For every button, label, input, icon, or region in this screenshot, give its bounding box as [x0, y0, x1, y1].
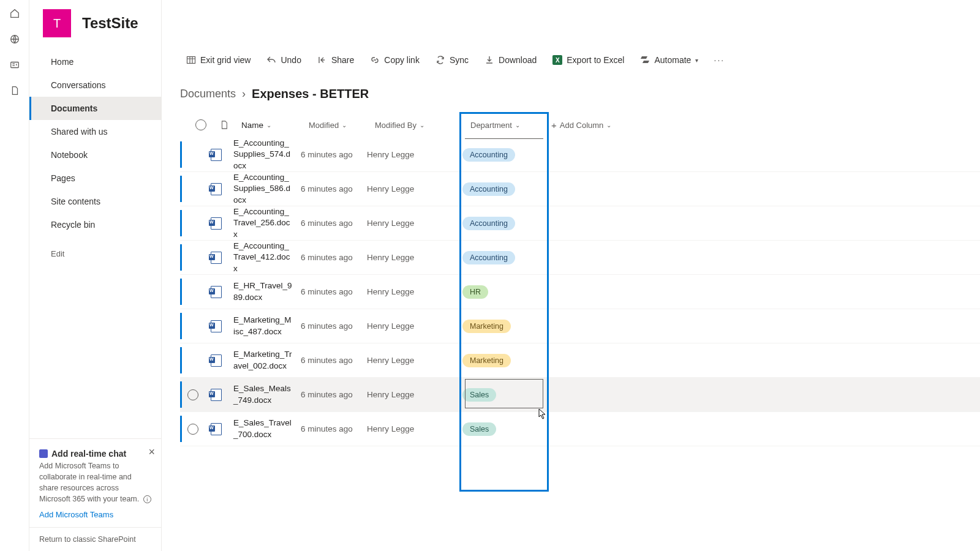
chevron-right-icon: ›: [242, 88, 246, 100]
col-department-header[interactable]: Department⌄: [470, 121, 541, 130]
word-doc-icon: [211, 423, 222, 435]
file-name[interactable]: E_Marketing_Travel_002.docx: [228, 349, 296, 371]
file-name[interactable]: E_Marketing_Misc_487.docx: [228, 315, 296, 337]
chevron-down-icon: ⌄: [515, 122, 520, 129]
promo-title: Add real-time chat: [51, 449, 126, 459]
department-cell[interactable]: Accounting: [453, 182, 538, 196]
share-button[interactable]: Share: [310, 51, 361, 69]
table-row[interactable]: E_Accounting_Supplies_586.docx6 minutes …: [180, 172, 980, 206]
file-name[interactable]: E_HR_Travel_989.docx: [228, 280, 296, 302]
file-name[interactable]: E_Sales_Meals_749.docx: [228, 383, 296, 405]
select-all-toggle[interactable]: [195, 119, 206, 130]
table-row[interactable]: E_Accounting_Supplies_574.docx6 minutes …: [180, 138, 980, 172]
nav-item-notebook[interactable]: Notebook: [29, 143, 161, 167]
main-area: Exit grid view Undo Share Copy link Sync…: [162, 0, 980, 551]
download-button[interactable]: Download: [477, 51, 544, 69]
table-row[interactable]: E_Marketing_Misc_487.docx6 minutes agoHe…: [180, 309, 980, 343]
file-type-icon: [220, 120, 228, 130]
info-icon[interactable]: i: [143, 495, 151, 503]
excel-icon: X: [552, 55, 562, 65]
globe-icon[interactable]: [9, 33, 21, 45]
breadcrumb-root[interactable]: Documents: [180, 88, 236, 100]
modified-by: Henry Legge: [362, 184, 453, 193]
svg-rect-1: [10, 62, 18, 68]
table-row[interactable]: E_Sales_Meals_749.docx6 minutes agoHenry…: [180, 378, 980, 412]
department-cell[interactable]: Accounting: [453, 251, 538, 264]
sync-button[interactable]: Sync: [428, 51, 476, 69]
nav-item-documents[interactable]: Documents: [29, 97, 161, 120]
modified-by: Henry Legge: [362, 424, 453, 433]
add-column-button[interactable]: + Add Column⌄: [551, 120, 621, 130]
file-name[interactable]: E_Sales_Travel_700.docx: [228, 418, 296, 440]
exit-grid-button[interactable]: Exit grid view: [179, 51, 258, 69]
automate-button[interactable]: Automate▾: [633, 51, 706, 69]
modified-by: Henry Legge: [362, 150, 453, 159]
more-button[interactable]: ···: [707, 51, 731, 69]
row-select-toggle[interactable]: [187, 424, 198, 435]
table-row[interactable]: E_Marketing_Travel_002.docx6 minutes ago…: [180, 343, 980, 378]
word-doc-icon: [211, 252, 222, 264]
nav-item-site-contents[interactable]: Site contents: [29, 190, 161, 213]
side-panel: T TestSite HomeConversationsDocumentsSha…: [29, 0, 162, 551]
nav-item-recycle-bin[interactable]: Recycle bin: [29, 213, 161, 236]
modified-time: 6 minutes ago: [296, 356, 362, 365]
export-excel-button[interactable]: XExport to Excel: [545, 51, 631, 69]
document-grid: Name⌄ Modified⌄ Modified By⌄ Department⌄…: [162, 112, 980, 446]
nav-edit[interactable]: Edit: [29, 242, 161, 265]
department-pill: Accounting: [462, 148, 515, 162]
table-row[interactable]: E_Accounting_Travel_412.docx6 minutes ag…: [180, 241, 980, 275]
promo-body: Add Microsoft Teams to collaborate in re…: [39, 460, 151, 505]
row-select-toggle[interactable]: [187, 389, 198, 400]
site-nav: HomeConversationsDocumentsShared with us…: [29, 47, 161, 438]
table-row[interactable]: E_Accounting_Travel_256.docx6 minutes ag…: [180, 206, 980, 241]
teams-promo: × Add real-time chat Add Microsoft Teams…: [29, 438, 161, 527]
file-name[interactable]: E_Accounting_Travel_256.docx: [228, 206, 296, 240]
department-cell[interactable]: Marketing: [453, 354, 538, 367]
table-row[interactable]: E_Sales_Travel_700.docx6 minutes agoHenr…: [180, 412, 980, 446]
file-name[interactable]: E_Accounting_Travel_412.docx: [228, 241, 296, 274]
nav-item-pages[interactable]: Pages: [29, 167, 161, 190]
close-icon[interactable]: ×: [148, 444, 155, 460]
undo-button[interactable]: Undo: [259, 51, 308, 69]
department-cell[interactable]: Accounting: [453, 148, 538, 162]
col-modifiedby-header[interactable]: Modified By⌄: [375, 121, 456, 130]
promo-link[interactable]: Add Microsoft Teams: [39, 509, 151, 521]
word-doc-icon: [211, 183, 222, 195]
site-title[interactable]: TestSite: [82, 15, 138, 32]
word-doc-icon: [211, 354, 222, 367]
modified-time: 6 minutes ago: [296, 219, 362, 228]
site-logo[interactable]: T: [43, 9, 71, 37]
file-name[interactable]: E_Accounting_Supplies_574.docx: [228, 138, 296, 171]
department-cell[interactable]: Sales: [453, 422, 538, 436]
word-doc-icon: [211, 149, 222, 161]
department-cell[interactable]: Marketing: [453, 320, 538, 333]
chevron-down-icon: ▾: [695, 57, 698, 64]
col-modified-header[interactable]: Modified⌄: [309, 121, 365, 130]
files-icon[interactable]: [9, 84, 21, 97]
cursor-icon: [538, 408, 547, 421]
modified-by: Henry Legge: [362, 253, 453, 262]
department-pill: HR: [462, 285, 488, 299]
modified-by: Henry Legge: [362, 219, 453, 228]
file-name[interactable]: E_Accounting_Supplies_586.docx: [228, 172, 296, 206]
grid-header: Name⌄ Modified⌄ Modified By⌄ Department⌄…: [180, 112, 980, 138]
table-row[interactable]: E_HR_Travel_989.docx6 minutes agoHenry L…: [180, 275, 980, 309]
col-name-header[interactable]: Name⌄: [241, 121, 299, 130]
department-pill: Accounting: [462, 182, 515, 196]
department-cell[interactable]: HR: [453, 285, 538, 299]
nav-item-conversations[interactable]: Conversations: [29, 73, 161, 97]
department-cell[interactable]: Accounting: [453, 217, 538, 230]
word-doc-icon: [211, 286, 222, 298]
nav-item-shared-with-us[interactable]: Shared with us: [29, 120, 161, 143]
modified-by: Henry Legge: [362, 390, 453, 399]
modified-by: Henry Legge: [362, 321, 453, 331]
copy-link-button[interactable]: Copy link: [363, 51, 427, 69]
classic-link[interactable]: Return to classic SharePoint: [29, 527, 161, 551]
modified-time: 6 minutes ago: [296, 253, 362, 262]
nav-item-home[interactable]: Home: [29, 50, 161, 73]
modified-time: 6 minutes ago: [296, 150, 362, 159]
command-bar: Exit grid view Undo Share Copy link Sync…: [162, 47, 980, 73]
news-icon[interactable]: [9, 59, 21, 71]
home-icon[interactable]: [9, 7, 21, 20]
department-pill: Accounting: [462, 251, 515, 264]
